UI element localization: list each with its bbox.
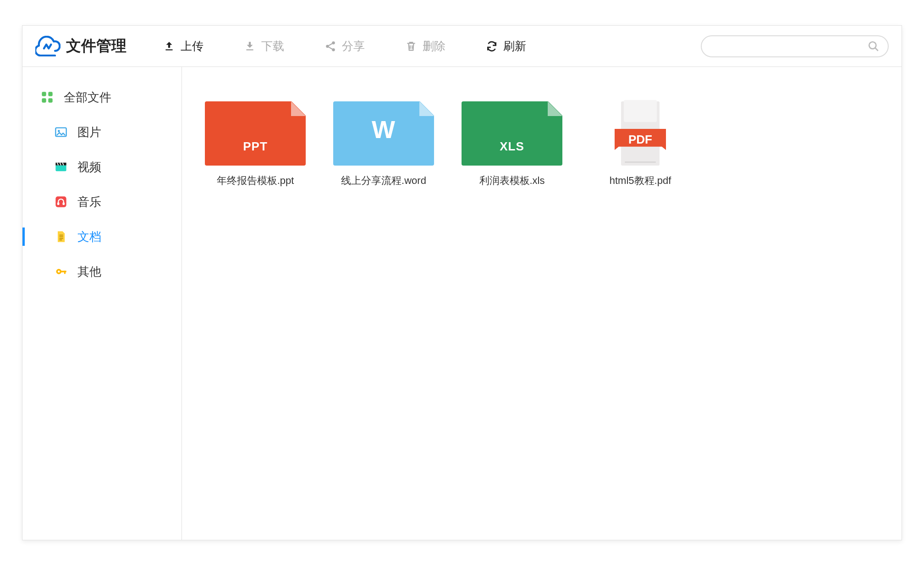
svg-rect-17 (61, 271, 66, 272)
download-icon (244, 40, 256, 52)
sidebar-item-images[interactable]: 图片 (22, 115, 182, 150)
toolbar: 上传 下载 分享 删除 (163, 39, 701, 54)
delete-button[interactable]: 删除 (405, 39, 446, 54)
header: 文件管理 上传 下载 分享 (22, 26, 902, 67)
file-label: 线上分享流程.word (341, 174, 426, 188)
svg-rect-18 (64, 271, 66, 274)
upload-button[interactable]: 上传 (163, 39, 204, 54)
ppt-file-icon: PPT (205, 101, 306, 166)
svg-point-0 (326, 44, 329, 48)
file-item-ppt[interactable]: PPT 年终报告模板.ppt (205, 101, 306, 188)
svg-rect-7 (48, 98, 52, 102)
download-label: 下载 (261, 39, 284, 54)
file-label: 利润表模板.xls (479, 174, 545, 188)
file-label: html5教程.pdf (610, 174, 671, 188)
delete-label: 删除 (423, 39, 446, 54)
upload-label: 上传 (181, 39, 204, 54)
sidebar-item-music[interactable]: 音乐 (22, 184, 182, 219)
sidebar-item-label: 文档 (77, 229, 101, 245)
body: 全部文件 图片 视频 音乐 (22, 67, 902, 540)
pdf-file-icon: PDF (615, 101, 666, 166)
refresh-button[interactable]: 刷新 (486, 39, 526, 54)
headphones-icon (55, 195, 67, 208)
svg-rect-10 (55, 165, 66, 171)
sidebar-item-label: 全部文件 (64, 89, 111, 105)
key-icon (55, 265, 67, 278)
word-file-icon: W (333, 101, 434, 166)
grid-icon (41, 91, 54, 104)
file-type-badge: PPT (205, 139, 306, 154)
sidebar: 全部文件 图片 视频 音乐 (22, 67, 182, 540)
sidebar-item-label: 其他 (77, 264, 101, 280)
sidebar-item-documents[interactable]: 文档 (22, 219, 182, 254)
image-icon (55, 126, 67, 139)
svg-rect-14 (63, 202, 65, 205)
app-title: 文件管理 (66, 36, 126, 56)
trash-icon (405, 40, 417, 52)
sidebar-item-videos[interactable]: 视频 (22, 150, 182, 184)
app-window: 文件管理 上传 下载 分享 (22, 25, 902, 540)
search-input[interactable] (710, 41, 868, 51)
document-icon (55, 230, 67, 243)
sidebar-item-label: 视频 (77, 159, 101, 175)
cloud-logo-icon (35, 36, 60, 56)
sidebar-item-all[interactable]: 全部文件 (22, 80, 182, 115)
file-type-badge: XLS (462, 139, 562, 154)
files-grid: PPT 年终报告模板.ppt W 线上分享流程.word (205, 101, 879, 188)
file-type-badge: W (333, 115, 434, 144)
share-button[interactable]: 分享 (324, 39, 365, 54)
svg-rect-6 (42, 98, 46, 102)
xls-file-icon: XLS (462, 101, 562, 166)
search-icon (868, 40, 880, 52)
refresh-icon (486, 40, 498, 52)
share-label: 分享 (342, 39, 365, 54)
svg-rect-13 (57, 202, 60, 205)
search-box[interactable] (701, 35, 889, 57)
download-button[interactable]: 下载 (244, 39, 284, 54)
share-icon (324, 40, 336, 52)
svg-rect-12 (55, 196, 66, 207)
upload-icon (163, 40, 175, 52)
file-item-word[interactable]: W 线上分享流程.word (333, 101, 434, 188)
main: PPT 年终报告模板.ppt W 线上分享流程.word (182, 67, 902, 540)
clapper-icon (55, 161, 67, 173)
sidebar-item-others[interactable]: 其他 (22, 254, 182, 289)
refresh-label: 刷新 (503, 39, 526, 54)
svg-point-1 (332, 41, 335, 44)
svg-rect-5 (48, 92, 52, 96)
file-label: 年终报告模板.ppt (217, 174, 294, 188)
file-item-xls[interactable]: XLS 利润表模板.xls (462, 101, 562, 188)
svg-rect-4 (42, 92, 46, 96)
sidebar-item-label: 音乐 (77, 194, 101, 210)
svg-point-9 (58, 130, 60, 132)
svg-point-3 (869, 42, 876, 49)
sidebar-item-label: 图片 (77, 124, 101, 140)
svg-point-16 (58, 271, 60, 273)
svg-point-2 (332, 48, 335, 51)
file-item-pdf[interactable]: PDF html5教程.pdf (590, 101, 691, 188)
